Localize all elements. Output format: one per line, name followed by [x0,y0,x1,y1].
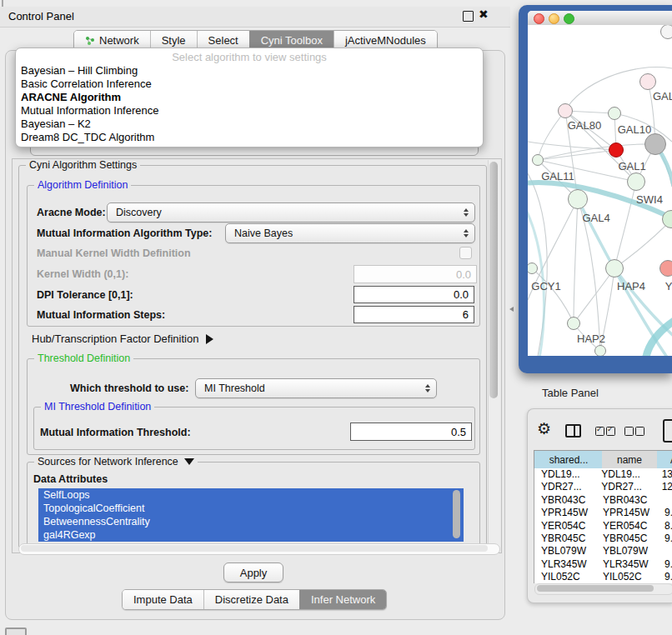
sources-group-title-row[interactable]: Sources for Network Inference [34,456,198,468]
attribute-item-gal4rgexp[interactable]: gal4RGexp [38,528,464,542]
attribute-item-topologicalcoefficient[interactable]: TopologicalCoefficient [38,502,464,515]
select-all-checkbox-icon[interactable] [595,427,604,436]
table-row[interactable]: YDR27...YDR27...12 [534,481,672,493]
manual-kernel-checkbox[interactable] [459,247,472,259]
network-node[interactable] [532,154,544,166]
collapsed-panel-icon[interactable] [5,628,27,635]
cell-shared-name: YER054C [534,520,603,532]
mi-type-combobox[interactable]: Naive Bayes [225,223,475,243]
deselect-all-checkbox-icon[interactable] [635,427,644,436]
algorithm-option-bayesian-hill-climbing[interactable]: Bayesian – Hill Climbing [16,64,483,78]
mi-steps-field[interactable]: 6 [354,306,474,323]
cell-value [658,545,664,558]
apply-button[interactable]: Apply [223,562,283,582]
column-header-a[interactable]: A [657,450,672,469]
algorithm-popup-placeholder: Select algorithm to view settings [16,50,483,64]
table-row[interactable]: YLR345WYLR345W9. [534,558,672,571]
table-horizontal-scrollbar-thumb[interactable] [537,585,654,592]
cell-name: YBL079W [603,545,658,558]
node-label-swi4: SWI4 [636,193,663,206]
network-icon [85,36,95,46]
algorithm-popup-list: Bayesian – Hill ClimbingBasic Correlatio… [16,64,483,144]
column-header-name[interactable]: name [602,450,658,469]
table-row[interactable]: YPR145WYPR145W9. [534,507,672,519]
attributes-list-scrollbar-thumb[interactable] [453,490,460,538]
network-node[interactable] [660,25,672,39]
table-panel-title: Table Panel [542,387,599,399]
aracne-mode-combobox[interactable]: Discovery [107,202,475,222]
dpi-tolerance-field[interactable]: 0.0 [354,286,474,303]
control-panel-title: Control Panel [8,10,74,22]
table-row[interactable]: YBL079WYBL079W [534,545,672,558]
mi-threshold-field[interactable]: 0.5 [350,422,472,441]
algorithm-option-basic-correlation-inference[interactable]: Basic Correlation Inference [16,78,483,91]
network-node[interactable] [558,103,573,118]
node-label-gal80: GAL80 [568,119,601,132]
sources-group-title: Sources for Network Inference [38,456,178,468]
zoom-traffic-light-icon[interactable] [564,13,574,24]
cell-shared-name: YPR145W [534,507,603,519]
network-node[interactable] [608,107,621,120]
float-panel-icon[interactable] [463,11,474,22]
cell-name: YDL19... [601,468,654,481]
network-window-titlebar[interactable] [528,11,672,26]
deselect-all-checkbox-icon[interactable] [624,427,634,436]
kernel-width-label: Kernel Width (0,1): [37,268,128,280]
network-node[interactable] [627,172,645,191]
tab-label: Network [99,34,139,47]
network-node[interactable] [644,133,666,155]
column-header-shared[interactable]: shared... [534,450,604,469]
tab-impute-data[interactable]: Impute Data [123,590,203,609]
network-node[interactable] [659,260,672,277]
cell-name: YBR043C [603,494,658,507]
settings-horizontal-scrollbar[interactable] [18,543,500,555]
network-node[interactable] [639,73,656,90]
node-label-gal: GAL [653,90,672,102]
which-threshold-combobox[interactable]: MI Threshold [195,378,437,398]
mi-steps-label: Mutual Information Steps: [37,309,165,321]
settings-vertical-scrollbar-thumb[interactable] [489,162,498,398]
tab-discretize-data[interactable]: Discretize Data [203,590,299,609]
algorithm-definition-title: Algorithm Definition [34,179,131,191]
cell-value [658,494,664,507]
bottom-tabs: Impute DataDiscretize DataInfer Network [122,589,387,610]
panel-splitter-arrow[interactable] [509,307,514,312]
tab-infer-network[interactable]: Infer Network [299,590,386,609]
kernel-width-field[interactable]: 0.0 [354,265,477,283]
attribute-item-selfloops[interactable]: SelfLoops [38,488,464,502]
cell-shared-name: YBL079W [534,545,603,558]
network-node[interactable] [568,189,588,209]
table-row[interactable]: YER054CYER054C8. [534,520,672,532]
table-row[interactable]: YIL052CYIL052C9. [534,571,672,583]
network-canvas[interactable]: GALGAL80GAL10GAL1GAL11SWI4GAL4GCY1HAP4YH… [528,25,672,356]
cell-name: YER054C [603,520,658,532]
cell-value: 12 [655,481,672,493]
algorithm-option-mutual-information-inference[interactable]: Mutual Information Inference [16,104,483,118]
combo-spinner-icon [464,229,469,238]
network-node[interactable] [605,259,624,278]
network-node[interactable] [609,142,624,158]
algorithm-option-dream8-dc-tdc-algorithm[interactable]: Dream8 DC_TDC Algorithm [16,131,483,144]
node-label-gcy1: GCY1 [531,280,560,292]
table-row[interactable]: YDL19...YDL19...13 [534,468,672,481]
select-all-checkbox-icon[interactable] [606,427,615,436]
algorithm-option-bayesian-k2[interactable]: Bayesian – K2 [16,118,483,131]
close-traffic-light-icon[interactable] [534,13,544,24]
table-horizontal-scrollbar[interactable] [534,583,672,595]
hub-definition-toggle[interactable]: Hub/Transcription Factor Definition [32,332,213,345]
cell-shared-name: YIL052C [534,571,603,583]
network-node[interactable] [567,317,580,330]
table-row[interactable]: YBR043CYBR043C [534,494,672,507]
table-function-icon[interactable] [663,419,672,442]
algorithm-option-aracne-algorithm[interactable]: ARACNE Algorithm [16,91,483,104]
node-label-gal1: GAL1 [618,160,645,172]
close-icon[interactable]: ✖ [479,8,489,21]
columns-icon[interactable] [565,424,581,438]
network-node[interactable] [594,345,606,356]
table-row[interactable]: YBR045CYBR045C9. [534,532,672,545]
tab-label: Discretize Data [215,593,288,606]
gear-icon[interactable]: ⚙ [537,420,551,438]
attribute-item-betweennesscentrality[interactable]: BetweennessCentrality [38,515,464,528]
minimize-traffic-light-icon[interactable] [549,13,559,24]
settings-horizontal-scrollbar-thumb[interactable] [21,545,488,552]
